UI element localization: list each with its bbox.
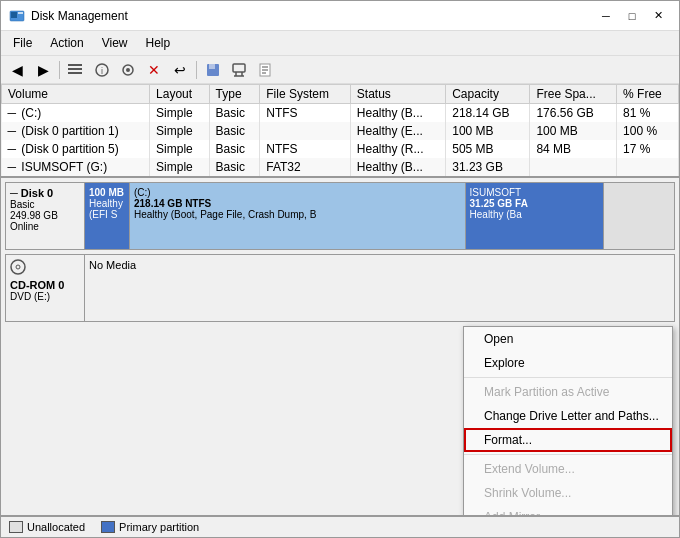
- table-row[interactable]: ─ (C:) Simple Basic NTFS Healthy (B... 2…: [2, 104, 679, 123]
- cell-free: 84 MB: [530, 140, 617, 158]
- cell-capacity: 100 MB: [446, 122, 530, 140]
- context-menu: OpenExploreMark Partition as ActiveChang…: [463, 326, 673, 515]
- svg-text:i: i: [101, 66, 103, 76]
- cell-type: Basic: [209, 104, 260, 123]
- cell-layout: Simple: [150, 140, 209, 158]
- partition-c-size: 218.14 GB NTFS: [134, 198, 461, 209]
- table-row[interactable]: ─ ISUMSOFT (G:) Simple Basic FAT32 Healt…: [2, 158, 679, 176]
- cdrom-name: CD-ROM 0: [10, 279, 80, 291]
- cell-layout: Simple: [150, 104, 209, 123]
- ctx-open[interactable]: Open: [464, 327, 672, 351]
- table-row[interactable]: ─ (Disk 0 partition 5) Simple Basic NTFS…: [2, 140, 679, 158]
- partition-efi-size: 100 MB: [89, 187, 125, 198]
- disk-0-type: Basic: [10, 199, 80, 210]
- svg-rect-11: [209, 64, 215, 69]
- svg-rect-2: [18, 12, 23, 14]
- cell-capacity: 218.14 GB: [446, 104, 530, 123]
- cell-type: Basic: [209, 122, 260, 140]
- menu-file[interactable]: File: [5, 33, 40, 53]
- cell-free: 176.56 GB: [530, 104, 617, 123]
- ctx-explore[interactable]: Explore: [464, 351, 672, 375]
- info-button[interactable]: i: [90, 59, 114, 81]
- col-volume: Volume: [2, 85, 150, 104]
- partition-efi-label: Healthy (EFI S: [89, 198, 125, 220]
- disk-partition-c[interactable]: (C:) 218.14 GB NTFS Healthy (Boot, Page …: [130, 183, 466, 249]
- undo-button[interactable]: ↩: [168, 59, 192, 81]
- partition-g-drive: ISUMSOFT: [470, 187, 600, 198]
- cell-type: Basic: [209, 158, 260, 176]
- list-button[interactable]: [64, 59, 88, 81]
- menu-view[interactable]: View: [94, 33, 136, 53]
- ctx-mark-active: Mark Partition as Active: [464, 380, 672, 404]
- window-title: Disk Management: [31, 9, 128, 23]
- forward-button[interactable]: ▶: [31, 59, 55, 81]
- delete-button[interactable]: ✕: [142, 59, 166, 81]
- cell-layout: Simple: [150, 122, 209, 140]
- cell-type: Basic: [209, 140, 260, 158]
- cdrom-icon: [10, 259, 80, 277]
- legend-primary-label: Primary partition: [119, 521, 199, 533]
- back-button[interactable]: ◀: [5, 59, 29, 81]
- partition-g-status: Healthy (Ba: [470, 209, 600, 220]
- disk-0-partitions: 100 MB Healthy (EFI S (C:) 218.14 GB NTF…: [85, 182, 675, 250]
- ctx-separator: [464, 454, 672, 455]
- ctx-extend: Extend Volume...: [464, 457, 672, 481]
- cell-capacity: 31.23 GB: [446, 158, 530, 176]
- cell-capacity: 505 MB: [446, 140, 530, 158]
- cell-pctfree: 81 %: [617, 104, 679, 123]
- cell-layout: Simple: [150, 158, 209, 176]
- title-bar: Disk Management ─ □ ✕: [1, 1, 679, 31]
- cell-filesystem: NTFS: [260, 140, 351, 158]
- cell-pctfree: 100 %: [617, 122, 679, 140]
- settings-button[interactable]: [116, 59, 140, 81]
- disk-0-size: 249.98 GB: [10, 210, 80, 221]
- cell-free: 100 MB: [530, 122, 617, 140]
- cell-pctfree: 17 %: [617, 140, 679, 158]
- svg-rect-12: [233, 64, 245, 72]
- col-freespace: Free Spa...: [530, 85, 617, 104]
- cell-filesystem: NTFS: [260, 104, 351, 123]
- menu-help[interactable]: Help: [138, 33, 179, 53]
- toolbar-sep-2: [196, 61, 197, 79]
- table-row[interactable]: ─ (Disk 0 partition 1) Simple Basic Heal…: [2, 122, 679, 140]
- disk-table-body: ─ (C:) Simple Basic NTFS Healthy (B... 2…: [2, 104, 679, 177]
- legend-primary-box: [101, 521, 115, 533]
- cdrom-type: DVD (E:): [10, 291, 80, 302]
- save-button[interactable]: [201, 59, 225, 81]
- ctx-mirror: Add Mirror...: [464, 505, 672, 515]
- page-button[interactable]: [253, 59, 277, 81]
- svg-point-21: [16, 265, 20, 269]
- svg-point-20: [11, 260, 25, 274]
- cell-filesystem: [260, 122, 351, 140]
- link-button[interactable]: [227, 59, 251, 81]
- title-bar-left: Disk Management: [9, 8, 128, 24]
- maximize-button[interactable]: □: [619, 6, 645, 26]
- disk-partition-g[interactable]: ISUMSOFT 31.25 GB FA Healthy (Ba: [466, 183, 605, 249]
- cell-pctfree: [617, 158, 679, 176]
- col-status: Status: [350, 85, 445, 104]
- minimize-button[interactable]: ─: [593, 6, 619, 26]
- svg-rect-1: [11, 12, 17, 18]
- legend-primary: Primary partition: [101, 521, 199, 533]
- disk-0-title: Disk 0: [21, 187, 53, 199]
- cell-status: Healthy (B...: [350, 104, 445, 123]
- close-button[interactable]: ✕: [645, 6, 671, 26]
- cell-filesystem: FAT32: [260, 158, 351, 176]
- ctx-format[interactable]: Format...: [464, 428, 672, 452]
- ctx-shrink: Shrink Volume...: [464, 481, 672, 505]
- disk-0-row: ─Disk 0 Basic 249.98 GB Online 100 MB He…: [5, 182, 675, 250]
- table-header-row: Volume Layout Type File System Status Ca…: [2, 85, 679, 104]
- disk-partition-efi[interactable]: 100 MB Healthy (EFI S: [85, 183, 130, 249]
- cell-status: Healthy (E...: [350, 122, 445, 140]
- main-content: Volume Layout Type File System Status Ca…: [1, 84, 679, 537]
- main-window: Disk Management ─ □ ✕ File Action View H…: [0, 0, 680, 538]
- ctx-change-drive[interactable]: Change Drive Letter and Paths...: [464, 404, 672, 428]
- disk-partition-unalloc: [604, 183, 674, 249]
- disk-0-label: ─Disk 0 Basic 249.98 GB Online: [5, 182, 85, 250]
- toolbar: ◀ ▶ i ✕ ↩: [1, 56, 679, 84]
- menu-action[interactable]: Action: [42, 33, 91, 53]
- cell-status: Healthy (B...: [350, 158, 445, 176]
- cell-volume: ─ (Disk 0 partition 1): [2, 122, 150, 140]
- svg-rect-4: [68, 68, 82, 70]
- cdrom-row: CD-ROM 0 DVD (E:) No Media: [5, 254, 675, 322]
